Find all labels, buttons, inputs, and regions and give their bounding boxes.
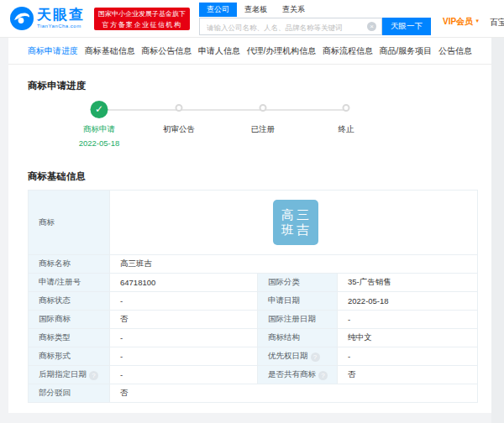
scrollbar-track[interactable] — [491, 38, 504, 423]
vip-label: VIP会员 — [443, 17, 473, 26]
tianyancha-eye-icon — [10, 7, 34, 30]
step-dot-area — [300, 97, 392, 124]
row-label: 国际商标 — [29, 311, 110, 329]
table-row: 国际商标否国际注册日期- — [29, 311, 478, 329]
nav-tab[interactable]: 代理/办理机构信息 — [247, 45, 317, 57]
row-value: 纯中文 — [338, 329, 478, 347]
step-dot-area — [133, 97, 225, 124]
detail-nav-tabs: 商标申请进度商标基础信息商标公告信息申请人信息代理/办理机构信息商标流程信息商品… — [8, 38, 491, 65]
step-check-icon: ✓ — [91, 101, 108, 118]
step-dot-area — [217, 97, 309, 124]
trademark-image-text-line1: 高三 — [281, 207, 312, 222]
site-header: 天眼查 TianYanCha.com 国家中小企业发展子基金旗下 官方备案企业征… — [0, 0, 504, 38]
step-dot-area: ✓ — [53, 97, 145, 124]
info-icon[interactable]: ? — [311, 352, 320, 362]
step-label: 商标申请 — [53, 124, 145, 135]
search-button[interactable]: 天眼一下 — [382, 18, 431, 35]
table-row: 商标状态-申请日期2022-05-18 — [29, 292, 478, 311]
row-value: 35-广告销售 — [338, 274, 478, 292]
row-label: 申请/注册号 — [29, 274, 110, 292]
gov-badge-line1: 国家中小企业发展子基金旗下 — [94, 8, 190, 19]
row-value: 否 — [110, 384, 478, 403]
row-value: 否 — [338, 366, 478, 384]
basic-info-table: 商标 高三 班吉 商标名称高三班吉申请/注册号64718100国际分类35-广告… — [28, 190, 478, 403]
row-label: 国际注册日期 — [258, 311, 338, 329]
step-label: 初审公告 — [133, 124, 225, 135]
brand-domain: TianYanCha.com — [37, 23, 85, 29]
row-value: - — [338, 347, 478, 366]
row-value: - — [110, 329, 258, 347]
row-value: 高三班吉 — [110, 255, 478, 274]
row-label: 部分驳回 — [29, 384, 110, 403]
step-circle-icon — [176, 104, 183, 112]
table-row: 商标名称高三班吉 — [29, 255, 478, 274]
search-tab[interactable]: 查公司 — [199, 3, 237, 17]
progress-stepper: ✓商标申请2022-05-18初审公告已注册终止 — [8, 97, 491, 149]
row-value: - — [110, 347, 258, 366]
row-label: 商标结构 — [258, 329, 338, 347]
step-label: 终止 — [300, 124, 392, 135]
table-row: 后期指定日期?-是否共有商标?否 — [29, 366, 478, 384]
row-label: 商标状态 — [29, 292, 110, 311]
table-row: 商标类型-商标结构纯中文 — [29, 329, 478, 347]
gov-certification-badge: 国家中小企业发展子基金旗下 官方备案企业征信机构 — [94, 8, 190, 30]
row-label: 商标形式 — [29, 347, 110, 366]
row-value: - — [338, 311, 478, 329]
progress-section-title: 商标申请进度 — [28, 80, 491, 92]
progress-step: 初审公告 — [133, 97, 225, 135]
nav-tab[interactable]: 商标申请进度 — [28, 45, 78, 57]
row-label: 国际分类 — [258, 274, 338, 292]
progress-step: 已注册 — [217, 97, 309, 135]
row-value: 2022-05-18 — [338, 292, 478, 311]
search-row: × 天眼一下 — [199, 18, 431, 35]
step-circle-icon — [343, 104, 350, 112]
nav-tab[interactable]: 商品/服务项目 — [380, 45, 433, 57]
step-label: 已注册 — [217, 124, 309, 135]
row-label: 后期指定日期? — [29, 366, 110, 384]
info-icon[interactable]: ? — [89, 371, 98, 380]
search-tabs: 查公司查老板查关系 — [199, 3, 431, 17]
nav-tab[interactable]: 申请人信息 — [198, 45, 240, 57]
brand-name: 天眼查 — [37, 8, 85, 23]
gov-badge-line2: 官方备案企业征信机构 — [94, 19, 190, 30]
search-block: 查公司查老板查关系 × 天眼一下 — [199, 3, 431, 35]
step-circle-icon — [260, 104, 267, 112]
toolbox-link[interactable]: 百宝 — [490, 17, 504, 29]
row-label: 申请日期 — [258, 292, 338, 311]
table-row: 申请/注册号64718100国际分类35-广告销售 — [29, 274, 478, 292]
progress-step: 终止 — [300, 97, 392, 135]
table-row: 部分驳回否 — [29, 384, 478, 403]
clear-icon[interactable]: × — [367, 22, 376, 31]
table-row: 商标形式-优先权日期?- — [29, 347, 478, 366]
nav-tab[interactable]: 商标基础信息 — [85, 45, 135, 57]
row-label: 商标类型 — [29, 329, 110, 347]
search-input-wrap: × — [199, 18, 382, 35]
step-date: 2022-05-18 — [53, 138, 145, 148]
row-label: 商标名称 — [29, 255, 110, 274]
info-icon[interactable]: ? — [318, 371, 328, 380]
row-value: 64718100 — [110, 274, 258, 292]
progress-step: ✓商标申请2022-05-18 — [53, 97, 145, 148]
search-input[interactable] — [200, 20, 363, 36]
caret-down-icon: ▼ — [475, 18, 480, 24]
nav-tab[interactable]: 商标流程信息 — [323, 45, 373, 57]
logo[interactable]: 天眼查 TianYanCha.com — [10, 7, 85, 30]
row-value: - — [110, 292, 258, 311]
vip-membership-menu[interactable]: VIP会员▼ — [443, 16, 480, 28]
row-value: 否 — [110, 311, 258, 329]
basic-section-title: 商标基础信息 — [28, 170, 491, 183]
row-label: 优先权日期? — [258, 347, 338, 366]
trademark-image-cell: 高三 班吉 — [110, 191, 478, 255]
trademark-image-text-line2: 班吉 — [281, 222, 312, 238]
nav-tab[interactable]: 公告信息 — [438, 45, 472, 57]
search-tab[interactable]: 查老板 — [237, 3, 275, 17]
trademark-image[interactable]: 高三 班吉 — [273, 200, 318, 245]
nav-tab[interactable]: 商标公告信息 — [141, 45, 192, 57]
row-label: 商标 — [29, 191, 110, 255]
content-card: 商标申请进度商标基础信息商标公告信息申请人信息代理/办理机构信息商标流程信息商品… — [8, 38, 491, 413]
search-tab[interactable]: 查关系 — [275, 3, 312, 17]
table-row-trademark: 商标 高三 班吉 — [29, 191, 478, 255]
row-value: - — [110, 366, 258, 384]
row-label: 是否共有商标? — [258, 366, 338, 384]
